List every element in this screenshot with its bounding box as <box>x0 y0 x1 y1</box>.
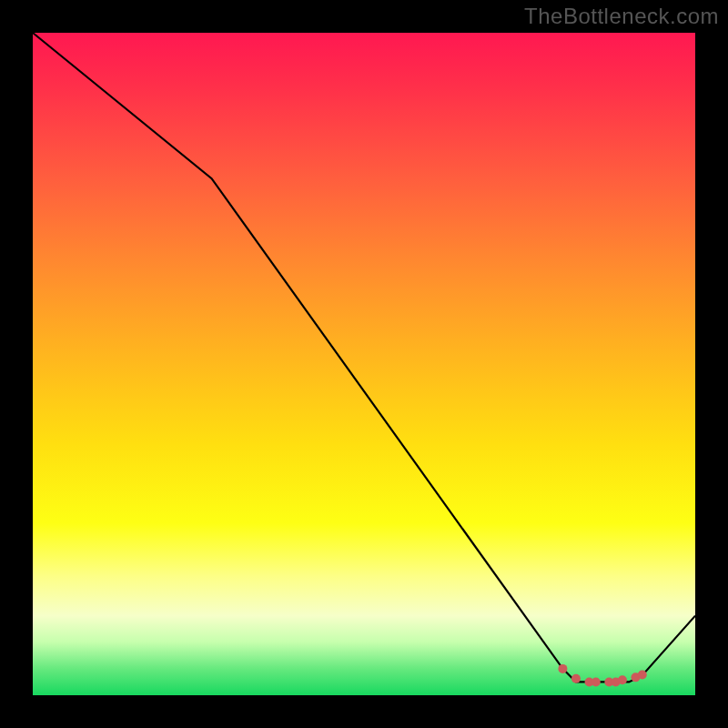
chart-frame: TheBottleneck.com <box>0 0 728 728</box>
highlight-dot <box>638 670 647 679</box>
bottleneck-curve-line <box>33 33 695 682</box>
highlight-dot <box>592 677 601 686</box>
chart-overlay <box>33 33 695 695</box>
highlight-dot <box>618 675 627 684</box>
highlight-dots <box>558 664 646 687</box>
watermark-text: TheBottleneck.com <box>524 4 719 29</box>
series-bottleneck-curve <box>33 33 695 682</box>
highlight-dot <box>558 664 567 673</box>
highlight-dot <box>571 674 581 683</box>
